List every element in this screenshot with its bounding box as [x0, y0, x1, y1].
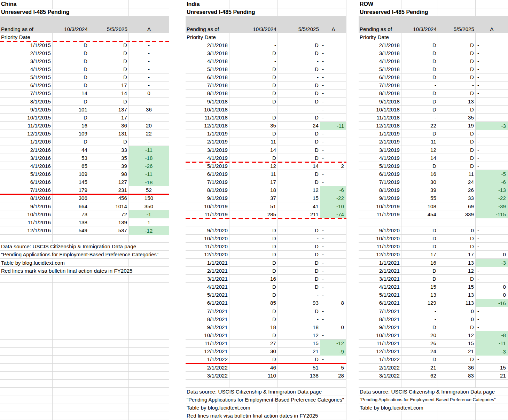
cell-delta[interactable]: -74	[320, 210, 346, 218]
cell-value-prev[interactable]: D	[229, 235, 278, 242]
cell[interactable]	[89, 8, 129, 16]
cell[interactable]	[0, 412, 53, 420]
cell[interactable]	[53, 372, 89, 379]
cell[interactable]	[129, 331, 169, 339]
cell-priority-date[interactable]: 2/1/2018	[359, 41, 401, 49]
cell-priority-date[interactable]: 1/1/2021	[186, 259, 229, 266]
cell-value-curr[interactable]: D	[278, 98, 320, 105]
cell-priority-date[interactable]: 3/1/2019	[186, 146, 229, 154]
cell-value-prev[interactable]: 16	[53, 122, 89, 130]
cell-value-curr[interactable]: D	[438, 41, 476, 49]
cell-value-curr[interactable]: D	[278, 251, 320, 258]
cell-priority-date[interactable]: 2/1/2015	[0, 49, 53, 57]
table-title-country[interactable]: India	[186, 1, 201, 7]
cell-priority-date[interactable]: 7/1/2019	[359, 178, 401, 186]
cell-priority-date[interactable]: 9/1/2015	[0, 106, 53, 113]
cell-value-prev[interactable]: 62	[401, 372, 438, 379]
cell-priority-date[interactable]: 2/1/2019	[186, 138, 229, 146]
cell-priority-date[interactable]: 5/1/2019	[186, 162, 229, 170]
cell-value-curr[interactable]: D	[278, 81, 320, 89]
cell-value-prev[interactable]: 85	[229, 299, 278, 307]
cell-priority-date[interactable]: 5/1/2018	[186, 65, 229, 73]
cell[interactable]	[53, 396, 89, 404]
cell-value-prev[interactable]: D	[401, 235, 438, 242]
cell[interactable]	[129, 291, 169, 299]
cell-value-prev[interactable]: -	[401, 315, 438, 323]
cell-priority-date[interactable]: 1/1/2019	[359, 130, 401, 138]
cell-delta[interactable]: -	[320, 226, 346, 234]
cell[interactable]	[89, 331, 129, 339]
cell-delta[interactable]: -8	[476, 331, 508, 339]
cell-value-prev[interactable]: 37	[229, 194, 278, 202]
cell-priority-date[interactable]: 12/1/2015	[0, 130, 53, 138]
cell-value-curr[interactable]: D	[438, 57, 476, 65]
cell-value-prev[interactable]: 14	[401, 154, 438, 162]
cell-priority-date[interactable]: 9/1/2018	[186, 98, 229, 105]
cell[interactable]	[89, 404, 129, 412]
cell-value-curr[interactable]: D	[278, 275, 320, 282]
cell-value-prev[interactable]: 11	[229, 138, 278, 146]
cell-priority-date[interactable]: 7/1/2021	[359, 307, 401, 315]
cell-value-curr[interactable]: D	[438, 275, 476, 282]
cell[interactable]	[89, 283, 129, 291]
cell[interactable]	[129, 299, 169, 307]
cell-delta[interactable]: -	[320, 315, 346, 323]
cell[interactable]	[438, 33, 476, 41]
cell-delta[interactable]: -	[320, 283, 346, 291]
cell-delta[interactable]: -22	[320, 194, 346, 202]
cell-value-curr[interactable]: 0	[438, 226, 476, 234]
cell[interactable]	[89, 396, 129, 404]
cell-value-prev[interactable]: 27	[229, 340, 278, 347]
cell-value-curr[interactable]: -	[278, 315, 320, 323]
cell-value-prev[interactable]: 30	[229, 348, 278, 355]
cell-priority-date[interactable]: 9/1/2020	[186, 226, 229, 234]
cell-value-prev[interactable]: 20	[401, 331, 438, 339]
cell-value-prev[interactable]: -	[401, 114, 438, 121]
cell-delta[interactable]: -	[320, 138, 346, 146]
cell-value-prev[interactable]: 11	[229, 170, 278, 178]
cell[interactable]	[229, 380, 278, 387]
cell-priority-date[interactable]: 5/1/2021	[359, 291, 401, 299]
cell-value-prev[interactable]: D	[53, 138, 89, 146]
cell-value-curr[interactable]: D	[438, 146, 476, 154]
cell-priority-date[interactable]: 1/1/2022	[186, 356, 229, 363]
cell-priority-date[interactable]: 3/1/2022	[359, 372, 401, 379]
cell-value-prev[interactable]: 129	[401, 299, 438, 307]
cell-value-prev[interactable]: 13	[401, 291, 438, 299]
cell-delta[interactable]: -6	[476, 178, 508, 186]
cell-value-prev[interactable]: 16	[229, 275, 278, 282]
cell[interactable]	[53, 323, 89, 331]
cell-delta[interactable]: 22	[129, 130, 169, 138]
cell-value-curr[interactable]: 15	[278, 340, 320, 347]
cell[interactable]	[53, 0, 89, 8]
cell-priority-date[interactable]: 11/1/2018	[359, 114, 401, 121]
cell[interactable]	[53, 388, 89, 395]
cell[interactable]	[476, 380, 508, 387]
header-delta[interactable]: Δ	[476, 25, 508, 33]
cell-value-curr[interactable]: D	[278, 243, 320, 250]
cell-value-curr[interactable]: D	[438, 162, 476, 170]
cell-delta[interactable]: -	[129, 138, 169, 146]
cell-priority-date[interactable]: 7/1/2019	[186, 178, 229, 186]
cell-value-prev[interactable]: D	[401, 98, 438, 105]
cell-value-curr[interactable]: D	[278, 90, 320, 97]
cell-value-curr[interactable]: 21	[278, 348, 320, 355]
cell-value-prev[interactable]: -	[401, 307, 438, 315]
cell-delta[interactable]: -22	[476, 194, 508, 202]
cell-value-prev[interactable]: 11	[401, 138, 438, 146]
cell-priority-date[interactable]: 5/1/2016	[0, 170, 53, 178]
cell-value-prev[interactable]: 18	[229, 186, 278, 194]
cell[interactable]	[89, 380, 129, 387]
cell-value-prev[interactable]: D	[53, 65, 89, 73]
cell-priority-date[interactable]: 11/1/2021	[186, 340, 229, 347]
cell-delta[interactable]: -	[476, 130, 508, 138]
cell[interactable]	[0, 388, 53, 395]
cell-value-curr[interactable]: 41	[278, 202, 320, 210]
cell[interactable]	[476, 33, 508, 41]
cell[interactable]	[359, 218, 401, 226]
cell-delta[interactable]: -	[476, 57, 508, 65]
cell-delta[interactable]: -	[476, 65, 508, 73]
cell-delta[interactable]: -	[320, 154, 346, 162]
cell-value-curr[interactable]: D	[438, 106, 476, 113]
cell-value-curr[interactable]: 0	[438, 307, 476, 315]
